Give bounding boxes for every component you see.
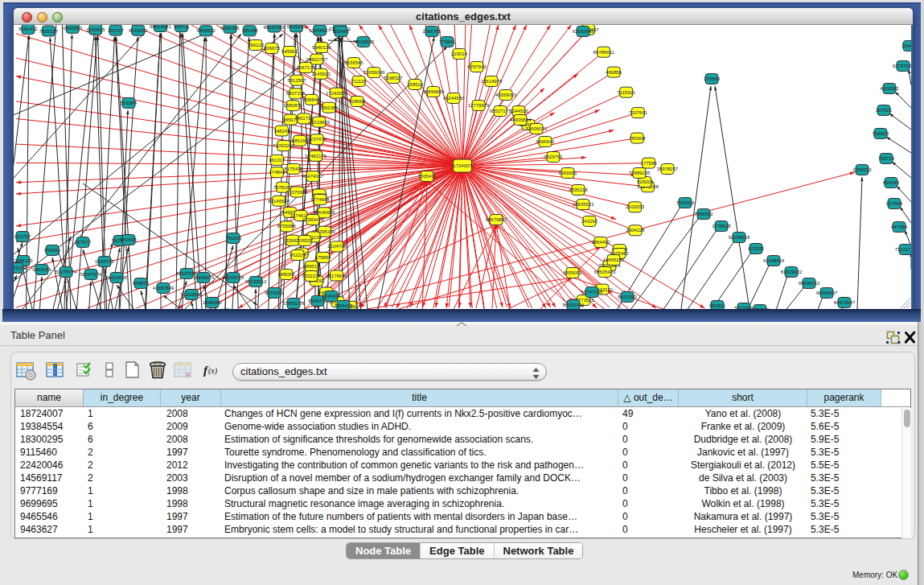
svg-text:14865281: 14865281 [603, 257, 625, 262]
svg-text:2967175: 2967175 [297, 65, 316, 70]
svg-text:694958: 694958 [44, 248, 61, 253]
svg-text:551884: 551884 [121, 101, 138, 105]
svg-text:51656049: 51656049 [363, 70, 385, 75]
svg-text:289517: 289517 [303, 264, 320, 269]
svg-text:98614341: 98614341 [150, 25, 171, 29]
svg-text:6963259: 6963259 [32, 267, 51, 272]
svg-text:9696641: 9696641 [536, 139, 555, 144]
svg-text:9010432: 9010432 [129, 28, 148, 33]
svg-text:305486: 305486 [333, 29, 350, 34]
svg-text:447394: 447394 [891, 225, 908, 229]
svg-text:50047974: 50047974 [80, 272, 102, 277]
svg-text:836675: 836675 [264, 46, 281, 51]
svg-text:229014: 229014 [451, 51, 468, 56]
svg-text:4535218: 4535218 [569, 187, 588, 192]
svg-text:51370985: 51370985 [286, 190, 308, 195]
svg-text:7451712: 7451712 [294, 116, 314, 121]
svg-text:36899809: 36899809 [423, 89, 445, 94]
svg-text:369711: 369711 [174, 25, 190, 29]
svg-text:99309728: 99309728 [223, 275, 244, 280]
svg-text:7115921: 7115921 [617, 90, 636, 95]
svg-text:26179640: 26179640 [326, 274, 347, 278]
svg-text:7332214: 7332214 [302, 274, 321, 278]
svg-text:8434437: 8434437 [322, 294, 341, 299]
svg-text:2904228: 2904228 [626, 228, 645, 233]
svg-text:027677: 027677 [75, 240, 92, 245]
svg-text:856543: 856543 [883, 180, 900, 185]
svg-text:68505423: 68505423 [594, 270, 616, 274]
svg-text:8175496: 8175496 [284, 167, 303, 171]
svg-text:12779979: 12779979 [468, 103, 490, 108]
svg-text:17240050: 17240050 [326, 91, 347, 96]
svg-text:274846: 274846 [269, 170, 285, 175]
svg-text:158514: 158514 [407, 82, 424, 87]
svg-text:40369003: 40369003 [495, 93, 517, 97]
svg-text:94396907: 94396907 [816, 290, 838, 295]
svg-text:858842: 858842 [303, 97, 320, 102]
svg-text:(x): (x) [208, 366, 218, 376]
svg-text:2145623: 2145623 [311, 72, 331, 76]
svg-text:57865278: 57865278 [283, 301, 305, 306]
svg-text:41438424: 41438424 [763, 258, 785, 263]
svg-text:71093248: 71093248 [273, 143, 294, 148]
svg-text:88067065: 88067065 [264, 25, 285, 30]
svg-text:296120: 296120 [248, 43, 265, 47]
svg-text:35978207: 35978207 [657, 167, 679, 171]
svg-text:1778528: 1778528 [712, 224, 731, 229]
svg-text:7584419: 7584419 [334, 303, 353, 308]
svg-text:84473647: 84473647 [834, 300, 856, 305]
svg-text:243292: 243292 [581, 219, 598, 224]
svg-text:0515319: 0515319 [287, 25, 306, 29]
svg-text:96230913: 96230913 [245, 279, 267, 284]
svg-text:6807154: 6807154 [286, 91, 306, 96]
svg-text:982595: 982595 [121, 237, 138, 242]
svg-text:07482175: 07482175 [305, 154, 326, 159]
svg-text:2398680: 2398680 [203, 300, 222, 305]
svg-text:8970283: 8970283 [265, 290, 284, 295]
svg-text:888059: 888059 [278, 272, 295, 277]
svg-text:99590010: 99590010 [799, 281, 820, 286]
svg-text:1864492: 1864492 [591, 240, 610, 245]
svg-text:41687849: 41687849 [153, 286, 175, 290]
svg-text:1566765: 1566765 [422, 29, 441, 34]
svg-text:8755886: 8755886 [277, 224, 297, 229]
svg-text:0168733: 0168733 [95, 259, 114, 264]
svg-text:8181412: 8181412 [18, 27, 38, 31]
svg-text:756263: 756263 [225, 236, 242, 241]
svg-text:62757059: 62757059 [893, 64, 911, 68]
svg-text:083301: 083301 [709, 303, 726, 308]
svg-text:422535: 422535 [748, 246, 765, 251]
svg-text:675869: 675869 [315, 255, 332, 260]
svg-text:528098: 528098 [349, 99, 366, 104]
svg-text:7826137: 7826137 [39, 29, 59, 34]
svg-text:5562386: 5562386 [319, 105, 339, 110]
svg-text:204727: 204727 [108, 28, 125, 33]
svg-text:370589: 370589 [704, 76, 721, 81]
svg-text:775841: 775841 [439, 39, 456, 44]
svg-text:154479: 154479 [901, 43, 911, 48]
svg-text:1724007: 1724007 [453, 163, 472, 168]
svg-text:685160: 685160 [292, 138, 309, 143]
svg-text:711116: 711116 [351, 79, 367, 84]
svg-text:556909: 556909 [873, 131, 889, 136]
svg-text:7005411: 7005411 [418, 174, 437, 179]
svg-text:81829922: 81829922 [781, 270, 803, 274]
svg-text:01624565: 01624565 [106, 275, 128, 280]
svg-text:545991: 545991 [281, 49, 298, 54]
svg-text:95527177: 95527177 [490, 109, 511, 113]
svg-text:499856: 499856 [606, 70, 622, 75]
svg-text:783908: 783908 [629, 136, 646, 141]
svg-text:47383473: 47383473 [302, 217, 324, 222]
svg-text:7866912: 7866912 [694, 212, 713, 216]
svg-text:861317: 861317 [269, 158, 285, 163]
svg-text:706537: 706537 [297, 238, 314, 243]
svg-text:5940139: 5940139 [312, 45, 331, 50]
svg-text:348247: 348247 [273, 129, 290, 134]
svg-text:0529751: 0529751 [544, 154, 563, 159]
svg-text:025787: 025787 [14, 234, 31, 239]
svg-text:15747338: 15747338 [581, 290, 603, 295]
svg-text:18835523: 18835523 [573, 202, 594, 207]
svg-text:9774688: 9774688 [310, 197, 330, 202]
svg-text:5198327: 5198327 [384, 76, 403, 80]
svg-text:44905814: 44905814 [510, 117, 532, 122]
